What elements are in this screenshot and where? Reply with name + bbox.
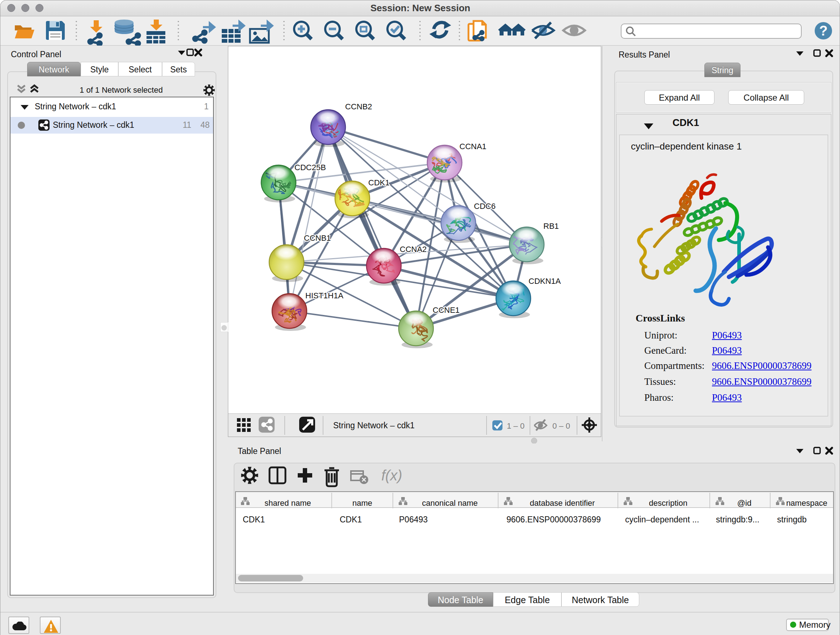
svg-text:canonical name: canonical name [422, 499, 477, 508]
svg-text:?: ? [819, 23, 827, 38]
svg-text:9606.ENSP00000378699: 9606.ENSP00000378699 [507, 515, 601, 524]
svg-text:stringdb:9...: stringdb:9... [716, 515, 759, 524]
svg-text:CDC6: CDC6 [474, 202, 496, 211]
svg-text:0 – 0: 0 – 0 [553, 421, 570, 431]
svg-text:database identifier: database identifier [530, 499, 595, 508]
svg-text:CCNE1: CCNE1 [433, 306, 460, 315]
svg-text:CDKN1A: CDKN1A [529, 277, 561, 286]
svg-text:name: name [352, 499, 372, 508]
svg-text:String Network – cdk1: String Network – cdk1 [333, 421, 415, 430]
svg-text:@id: @id [737, 499, 752, 508]
svg-text:stringdb: stringdb [777, 515, 807, 524]
svg-text:RB1: RB1 [543, 222, 559, 231]
svg-text:CCNA2: CCNA2 [400, 245, 427, 254]
svg-text:HIST1H1A: HIST1H1A [305, 291, 343, 300]
svg-text:cyclin–dependent ...: cyclin–dependent ... [625, 515, 699, 524]
svg-text:1 of 1 Network selected: 1 of 1 Network selected [80, 86, 163, 95]
svg-text:CCNA1: CCNA1 [459, 142, 486, 151]
svg-text:description: description [649, 499, 687, 508]
svg-text:1 – 0: 1 – 0 [507, 421, 524, 431]
svg-text:CDK1: CDK1 [368, 178, 390, 187]
svg-text:shared name: shared name [264, 499, 311, 508]
svg-text:CCNB1: CCNB1 [304, 233, 331, 242]
svg-text:CCNB2: CCNB2 [345, 102, 372, 111]
svg-text:CDK1: CDK1 [243, 515, 265, 524]
svg-text:CDC25B: CDC25B [294, 163, 326, 172]
svg-text:P06493: P06493 [399, 515, 428, 524]
svg-text:namespace: namespace [786, 499, 827, 508]
svg-text:f(x): f(x) [381, 467, 402, 483]
svg-text:CDK1: CDK1 [340, 515, 362, 524]
